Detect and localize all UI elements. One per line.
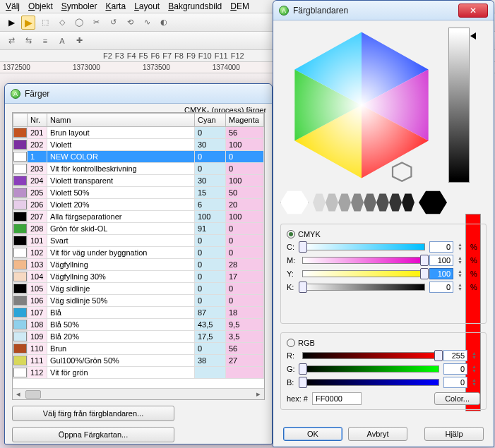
fkey-F7[interactable]: F7	[161, 52, 173, 60]
table-row[interactable]: 203Vit för kontrollbeskrivning00	[13, 163, 264, 175]
table-row[interactable]: 105Väg sidlinje00	[13, 283, 264, 295]
tool-generic-1[interactable]: ⬚	[38, 16, 52, 30]
spinner[interactable]: ▲▼	[472, 351, 480, 360]
spinner[interactable]: ▲▼	[472, 365, 480, 373]
rgb-radio[interactable]: RGB	[287, 339, 480, 347]
channel-value[interactable]	[443, 350, 467, 361]
preset-gray-5[interactable]	[376, 193, 389, 212]
fkey-F9[interactable]: F9	[185, 52, 197, 60]
select-tool[interactable]: ▶	[21, 16, 35, 30]
fkey-F6[interactable]: F6	[149, 52, 161, 60]
fkey-F12[interactable]: F12	[229, 52, 246, 60]
preset-black[interactable]	[419, 190, 447, 215]
scroll-thumb[interactable]	[25, 390, 41, 399]
channel-value[interactable]	[429, 268, 453, 279]
channel-value[interactable]	[443, 377, 467, 388]
spinner[interactable]: ▲▼	[458, 283, 466, 291]
menu-välj[interactable]: Välj	[6, 1, 20, 11]
table-row[interactable]: 110Brun056	[13, 343, 264, 355]
menu-symboler[interactable]: Symboler	[61, 1, 97, 11]
tool-generic-5[interactable]: ↺	[106, 16, 120, 30]
preset-gray-3[interactable]	[351, 193, 364, 212]
menu-bakgrundsbild[interactable]: Bakgrundsbild	[168, 1, 222, 11]
channel-slider[interactable]	[302, 352, 439, 359]
spinner[interactable]: ▲▼	[458, 270, 466, 278]
table-row[interactable]: 202Violett30100	[13, 139, 264, 151]
spinner[interactable]: ▲▼	[458, 243, 466, 251]
close-button[interactable]: ✕	[458, 4, 488, 18]
colors-titlebar[interactable]: A Färger	[5, 84, 272, 104]
cancel-button[interactable]: Avbryt	[348, 427, 407, 441]
value-slider[interactable]	[448, 28, 470, 183]
table-row[interactable]: 204Violett transparent30100	[13, 175, 264, 187]
col-cyan[interactable]: Cyan	[195, 114, 226, 127]
table-row[interactable]: 111Gul100%/Grön 50%3827	[13, 355, 264, 367]
tool-row2-4[interactable]: A	[55, 34, 69, 48]
channel-value[interactable]	[429, 241, 453, 253]
menu-karta[interactable]: Karta	[105, 1, 126, 11]
channel-slider[interactable]	[302, 270, 425, 277]
preset-gray-1[interactable]	[326, 193, 338, 212]
menu-dem[interactable]: DEM	[230, 1, 249, 11]
help-button[interactable]: Hjälp	[424, 427, 484, 441]
table-row[interactable]: 1NEW COLOR00	[13, 151, 264, 163]
menu-objekt[interactable]: Objekt	[28, 1, 53, 11]
table-row[interactable]: 103Vägfyllning028	[13, 259, 264, 271]
channel-slider[interactable]	[302, 365, 439, 373]
tool-generic-6[interactable]: ⟲	[123, 16, 137, 30]
menu-layout[interactable]: Layout	[134, 1, 160, 11]
preset-gray-2[interactable]	[338, 193, 351, 212]
tool-row2-1[interactable]: ⇄	[4, 34, 18, 48]
channel-slider[interactable]	[302, 243, 425, 250]
system-color-button[interactable]: Color...	[434, 392, 480, 405]
preset-gray-0[interactable]	[313, 193, 326, 212]
scroll-left-icon[interactable]: ◂	[13, 389, 24, 399]
tool-row2-5[interactable]: ✚	[72, 34, 86, 48]
table-row[interactable]: 101Svart00	[13, 235, 264, 247]
tool-row2-2[interactable]: ⇆	[21, 34, 35, 48]
preset-gray-6[interactable]	[389, 193, 402, 212]
table-row[interactable]: 106Väg sidlinje 50%00	[13, 295, 264, 307]
preset-gray-4[interactable]	[364, 193, 376, 212]
value-slider-marker[interactable]	[470, 32, 476, 40]
fkey-F11[interactable]: F11	[213, 52, 229, 60]
channel-value[interactable]	[443, 363, 467, 375]
col-magenta[interactable]: Magenta	[226, 114, 264, 127]
table-row[interactable]: 104Vägfyllning 30%017	[13, 271, 264, 283]
table-row[interactable]: 206Violett 20%620	[13, 199, 264, 211]
channel-slider[interactable]	[302, 257, 425, 264]
preset-gray-7[interactable]	[402, 193, 415, 212]
fkey-F2[interactable]: F2	[102, 52, 114, 60]
table-row[interactable]: 112Vit för grön	[13, 367, 264, 379]
pick-from-mixer-button[interactable]: Välj färg från färgblandaren...	[12, 406, 174, 421]
fkey-F3[interactable]: F3	[114, 52, 126, 60]
col-name[interactable]: Namn	[47, 114, 195, 127]
table-row[interactable]: 108Blå 50%43,59,5	[13, 319, 264, 331]
table-row[interactable]: 205Violett 50%1550	[13, 187, 264, 199]
channel-value[interactable]	[429, 281, 453, 293]
hex-input[interactable]	[312, 392, 362, 405]
channel-value[interactable]	[429, 255, 453, 266]
fkey-F8[interactable]: F8	[173, 52, 185, 60]
tool-row2-3[interactable]: ≡	[38, 34, 52, 48]
fkey-F10[interactable]: F10	[197, 52, 213, 60]
color-table[interactable]: Nr. Namn Cyan Magenta 201Brun layout0562…	[12, 112, 265, 400]
tool-generic-3[interactable]: ◯	[72, 16, 86, 30]
table-row[interactable]: 102Vit för väg under byggnation00	[13, 247, 264, 259]
table-row[interactable]: 201Brun layout056	[13, 127, 264, 139]
table-row[interactable]: 109Blå 20%17,53,5	[13, 331, 264, 343]
scroll-right-icon[interactable]: ▸	[253, 389, 264, 399]
table-row[interactable]: 208Grön för skid-OL910	[13, 223, 264, 235]
channel-slider[interactable]	[302, 379, 439, 386]
cmyk-radio[interactable]: CMYK	[287, 230, 480, 238]
hscrollbar[interactable]: ◂ ▸	[13, 388, 264, 399]
table-row[interactable]: 207Alla färgseparationer100100	[13, 211, 264, 223]
tool-generic-4[interactable]: ✂	[89, 16, 103, 30]
mixer-titlebar[interactable]: A Färgblandaren ✕	[273, 1, 494, 20]
tool-generic-7[interactable]: ∿	[140, 16, 154, 30]
open-color-map-button[interactable]: Öppna Färgkartan...	[12, 427, 174, 442]
fkey-F5[interactable]: F5	[138, 52, 150, 60]
hex-color-picker[interactable]	[280, 28, 443, 183]
fkey-F4[interactable]: F4	[126, 52, 138, 60]
ok-button[interactable]: OK	[283, 427, 342, 441]
